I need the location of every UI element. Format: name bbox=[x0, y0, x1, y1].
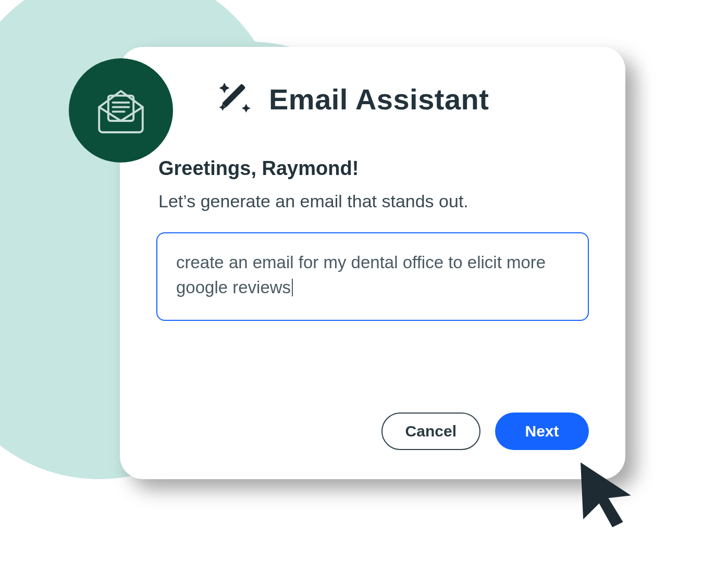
email-assistant-card: Email Assistant Greetings, Raymond! Let’… bbox=[120, 47, 625, 479]
magic-wand-icon bbox=[217, 79, 254, 119]
svg-rect-2 bbox=[108, 96, 133, 121]
prompt-input-value: create an email for my dental office to … bbox=[176, 253, 546, 297]
cancel-button[interactable]: Cancel bbox=[381, 413, 480, 450]
open-envelope-icon bbox=[92, 81, 150, 140]
feature-badge bbox=[69, 58, 173, 163]
card-title: Email Assistant bbox=[269, 82, 489, 116]
greeting-text: Greetings, Raymond! bbox=[158, 157, 589, 180]
text-caret bbox=[292, 279, 293, 296]
cursor-arrow-icon bbox=[573, 458, 641, 533]
prompt-input[interactable]: create an email for my dental office to … bbox=[156, 232, 589, 321]
card-header: Email Assistant bbox=[217, 79, 589, 119]
next-button[interactable]: Next bbox=[495, 413, 589, 450]
button-row: Cancel Next bbox=[381, 413, 589, 450]
subtitle-text: Let’s generate an email that stands out. bbox=[158, 191, 589, 211]
